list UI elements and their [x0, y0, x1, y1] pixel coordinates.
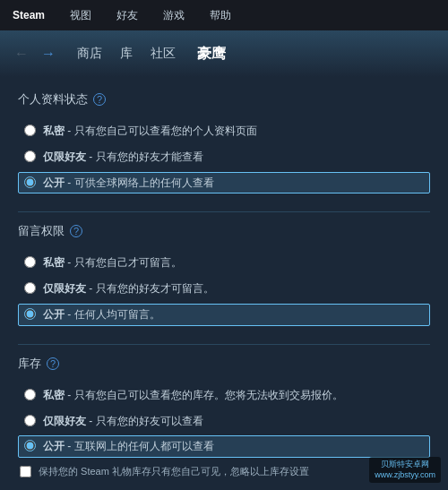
profile-status-title: 个人资料状态 ? [18, 91, 430, 107]
comment-friends-label: 仅限好友 - 只有您的好友才可留言。 [43, 281, 214, 297]
inventory-public-option[interactable]: 公开 - 互联网上的任何人都可以查看 [18, 435, 430, 458]
inventory-friends-radio[interactable] [24, 415, 36, 426]
divider-2 [18, 344, 430, 345]
gift-inventory-label: 保持您的 Steam 礼物库存只有您自己可见，忽略以上库存设置 [39, 465, 309, 478]
back-arrow[interactable]: ← [11, 44, 32, 64]
comment-friends-option[interactable]: 仅限好友 - 只有您的好友才可留言。 [18, 278, 430, 300]
menu-item-view[interactable]: 视图 [65, 4, 97, 27]
comment-private-label: 私密 - 只有您自己才可留言。 [43, 255, 182, 271]
comment-private-option[interactable]: 私密 - 只有您自己才可留言。 [18, 252, 430, 274]
comment-public-option[interactable]: 公开 - 任何人均可留言。 [18, 304, 430, 326]
inventory-friends-label: 仅限好友 - 只有您的好友可以查看 [43, 414, 203, 429]
nav-library[interactable]: 库 [120, 46, 133, 62]
comment-permission-title: 留言权限 ? [18, 223, 430, 239]
comment-permission-label: 留言权限 [18, 223, 65, 239]
main-content: 个人资料状态 ? 私密 - 只有您自己可以查看您的个人资料页面 [0, 77, 448, 490]
profile-status-radio-group: 私密 - 只有您自己可以查看您的个人资料页面 仅限好友 - 只有您的好友才能查看 [18, 116, 430, 197]
comment-public-label: 公开 - 任何人均可留言。 [43, 307, 160, 322]
gift-inventory-checkbox-row: 保持您的 Steam 礼物库存只有您自己可见，忽略以上库存设置 [18, 461, 430, 482]
menu-item-steam[interactable]: Steam [7, 5, 50, 25]
comment-private-radio[interactable] [24, 256, 36, 268]
profile-public-radio[interactable] [24, 176, 36, 188]
comment-friends-radio[interactable] [24, 282, 36, 294]
inventory-title: 库存 ? [18, 356, 430, 372]
nav-community[interactable]: 社区 [151, 46, 176, 62]
inventory-friends-option[interactable]: 仅限好友 - 只有您的好友可以查看 [18, 410, 430, 433]
inventory-private-radio[interactable] [24, 389, 36, 400]
menu-item-games[interactable]: 游戏 [158, 4, 190, 27]
comment-permission-section: 留言权限 ? 私密 - 只有您自己才可留言。 仅限好友 [18, 223, 430, 329]
menu-item-help[interactable]: 帮助 [204, 4, 237, 27]
nav-arrows: ← → [11, 44, 59, 64]
profile-status-help[interactable]: ? [93, 93, 106, 106]
nav-bar: ← → 商店 库 社区 豪鹰 [0, 30, 448, 77]
profile-public-label: 公开 - 可供全球网络上的任何人查看 [43, 176, 214, 191]
inventory-private-label: 私密 - 只有您自己可以查看您的库存。您将无法收到交易报价。 [43, 388, 343, 403]
inventory-radio-group: 私密 - 只有您自己可以查看您的库存。您将无法收到交易报价。 仅限好友 - 只有… [18, 381, 430, 461]
watermark: 贝斯特安卓网www.zjbstyy.com [369, 457, 441, 483]
profile-status-section: 个人资料状态 ? 私密 - 只有您自己可以查看您的个人资料页面 [18, 91, 430, 197]
divider-1 [18, 211, 430, 212]
comment-public-radio[interactable] [24, 308, 36, 320]
inventory-label: 库存 [18, 356, 41, 372]
profile-friends-radio[interactable] [24, 150, 36, 162]
profile-private-option[interactable]: 私密 - 只有您自己可以查看您的个人资料页面 [18, 120, 430, 142]
profile-private-label: 私密 - 只有您自己可以查看您的个人资料页面 [43, 124, 257, 139]
profile-private-radio[interactable] [24, 125, 36, 136]
comment-permission-radio-group: 私密 - 只有您自己才可留言。 仅限好友 - 只有您的好友才可留言。 [18, 248, 430, 329]
profile-friends-label: 仅限好友 - 只有您的好友才能查看 [43, 150, 203, 165]
nav-username[interactable]: 豪鹰 [197, 45, 226, 64]
forward-arrow[interactable]: → [38, 44, 59, 64]
inventory-public-radio[interactable] [24, 440, 36, 451]
gift-inventory-checkbox[interactable] [20, 466, 31, 477]
sections-wrapper: 个人资料状态 ? 私密 - 只有您自己可以查看您的个人资料页面 [18, 91, 430, 482]
inventory-private-option[interactable]: 私密 - 只有您自己可以查看您的库存。您将无法收到交易报价。 [18, 384, 430, 407]
profile-public-option[interactable]: 公开 - 可供全球网络上的任何人查看 [18, 172, 430, 194]
profile-status-label: 个人资料状态 [18, 91, 88, 107]
nav-store[interactable]: 商店 [77, 46, 102, 62]
inventory-public-label: 公开 - 互联网上的任何人都可以查看 [43, 439, 214, 454]
inventory-help[interactable]: ? [47, 357, 59, 370]
inventory-section: 库存 ? 私密 - 只有您自己可以查看您的库存。您将无法收到交易报价。 [18, 356, 430, 482]
comment-permission-help[interactable]: ? [70, 225, 82, 237]
menu-bar: Steam 视图 好友 游戏 帮助 [0, 0, 448, 30]
nav-links: 商店 库 社区 豪鹰 [77, 45, 226, 64]
menu-item-friends[interactable]: 好友 [111, 4, 143, 27]
profile-friends-option[interactable]: 仅限好友 - 只有您的好友才能查看 [18, 146, 430, 168]
